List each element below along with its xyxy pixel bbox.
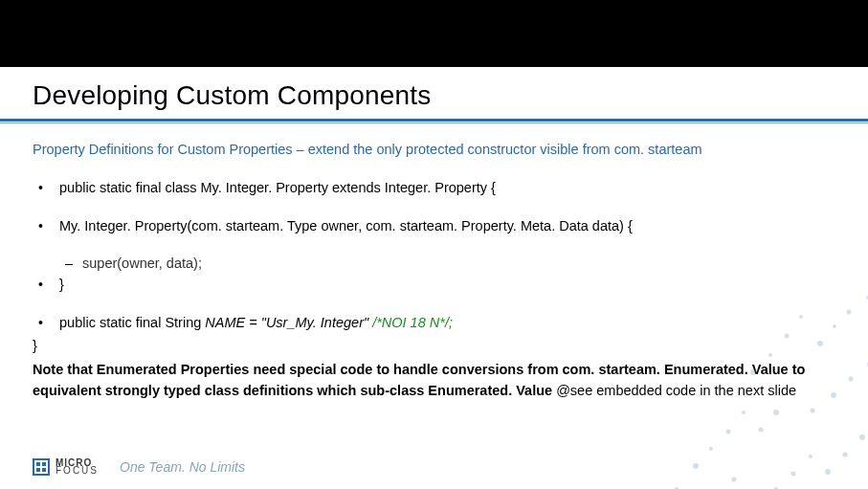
slide-content: Property Definitions for Custom Properti… — [33, 140, 836, 402]
svg-point-18 — [709, 447, 713, 451]
code-line: My. Integer. Property(com. starteam. Typ… — [33, 216, 836, 237]
logo-mark-icon — [33, 458, 50, 476]
note-plain: @see embedded code in the next slide — [556, 383, 796, 398]
svg-point-14 — [773, 410, 779, 415]
logo-text: MICRO FOCUS — [56, 459, 99, 476]
slide: Developing Custom Components Property De… — [0, 0, 868, 489]
svg-point-24 — [825, 469, 831, 475]
svg-point-22 — [859, 434, 865, 440]
code-text: public static final String — [59, 315, 205, 330]
slide-title: Developing Custom Components — [33, 80, 431, 111]
svg-point-10 — [849, 377, 854, 382]
microfocus-logo: MICRO FOCUS — [33, 458, 99, 476]
bullet-group-3: } — [33, 275, 836, 296]
code-line: } — [33, 275, 836, 296]
svg-point-26 — [791, 472, 796, 477]
svg-point-19 — [693, 463, 699, 469]
note-paragraph: Note that Enumerated Properties need spe… — [33, 360, 836, 402]
footer: MICRO FOCUS One Team. No Limits — [33, 458, 245, 476]
sub-bullet-group: super(owner, data); — [33, 254, 836, 275]
bullet-group-2: My. Integer. Property(com. starteam. Typ… — [33, 216, 836, 237]
code-italic: NAME = "Usr_My. Integer" — [205, 315, 368, 330]
svg-point-16 — [742, 411, 746, 414]
logo-text-bottom: FOCUS — [56, 467, 99, 476]
code-line: super(owner, data); — [33, 254, 836, 275]
top-black-band — [0, 0, 868, 67]
code-line: public static final String NAME = "Usr_M… — [33, 313, 836, 334]
section-subtitle: Property Definitions for Custom Properti… — [33, 140, 836, 161]
footer-tagline: One Team. No Limits — [120, 459, 245, 475]
svg-point-17 — [726, 430, 731, 434]
code-closing-brace: } — [33, 336, 836, 357]
svg-point-23 — [843, 453, 848, 457]
bullet-group-1: public static final class My. Integer. P… — [33, 178, 836, 199]
svg-point-36 — [732, 478, 737, 482]
code-line: public static final class My. Integer. P… — [33, 178, 836, 199]
svg-point-12 — [811, 409, 815, 413]
svg-point-15 — [759, 428, 764, 433]
svg-point-1 — [847, 310, 852, 315]
code-comment: /*NOI 18 N*/; — [368, 315, 453, 330]
title-underline — [0, 119, 868, 124]
bullet-group-4: public static final String NAME = "Usr_M… — [33, 313, 836, 334]
svg-point-25 — [809, 455, 812, 458]
